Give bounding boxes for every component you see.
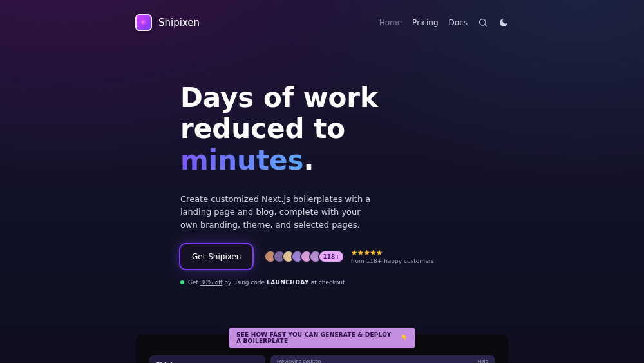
brand-logo-icon — [135, 14, 152, 31]
help-link[interactable]: Help — [478, 359, 488, 363]
svg-point-0 — [480, 19, 486, 25]
search-icon[interactable] — [478, 17, 488, 28]
promo-discount: 30% off — [200, 279, 223, 286]
brand-name: Shipixen — [158, 17, 200, 28]
theme-toggle-icon[interactable] — [498, 17, 509, 28]
promo-mid: by using code — [222, 279, 267, 286]
hero: Days of work reduced to minutes. Create … — [0, 31, 451, 302]
get-shipixen-button[interactable]: Get Shipixen — [180, 244, 252, 269]
nav-links: Home Pricing Docs — [379, 17, 509, 28]
nav-link-pricing[interactable]: Pricing — [412, 19, 438, 26]
app-window: Shipixen Page title Days of work are now… — [149, 355, 495, 363]
promo-code: LAUNCHDAY — [267, 279, 309, 286]
hero-title: Days of work reduced to minutes. — [180, 83, 451, 176]
promo-suffix: at checkout — [309, 279, 345, 286]
promo-prefix: Get — [188, 279, 200, 286]
navbar: Shipixen Home Pricing Docs — [0, 0, 644, 31]
avatar-count-badge: 118+ — [318, 250, 344, 263]
hero-subtitle: Create customized Next.js boilerplates w… — [180, 193, 374, 231]
app-sidebar: Shipixen Page title Days of work are now… — [149, 355, 265, 363]
preview-pill[interactable]: SEE HOW FAST YOU CAN GENERATE & DEPLOY A… — [229, 328, 415, 348]
pointing-down-icon: 👇 — [401, 335, 408, 341]
app-preview-pane: Previewing desktop Help Shipixen — [270, 355, 495, 363]
hero-title-accent: minutes — [180, 144, 304, 176]
nav-link-docs[interactable]: Docs — [449, 19, 468, 26]
preview-status: Previewing desktop — [277, 359, 321, 363]
rating-stars-icon: ★★★★★ — [351, 249, 434, 257]
brand[interactable]: Shipixen — [135, 14, 200, 31]
preview-pane-header: Previewing desktop Help — [270, 355, 495, 363]
status-dot-icon — [180, 280, 184, 284]
social-proof: 118+ ★★★★★ from 118+ happy customers — [264, 249, 434, 264]
nav-link-home[interactable]: Home — [379, 19, 402, 26]
hero-title-line2a: reduced to — [180, 113, 345, 144]
preview-section: SEE HOW FAST YOU CAN GENERATE & DEPLOY A… — [135, 335, 509, 363]
rating-text: from 118+ happy customers — [351, 258, 434, 264]
rating: ★★★★★ from 118+ happy customers — [351, 249, 434, 264]
promo-line: Get 30% off by using code LAUNCHDAY at c… — [180, 279, 451, 286]
hero-title-line1: Days of work — [180, 82, 378, 113]
customer-avatars: 118+ — [264, 250, 344, 263]
preview-pill-text: SEE HOW FAST YOU CAN GENERATE & DEPLOY A… — [236, 331, 398, 344]
cta-row: Get Shipixen 118+ ★★★★★ from 118+ happy … — [180, 244, 451, 269]
hero-title-period: . — [304, 144, 314, 176]
svg-line-1 — [485, 25, 487, 26]
